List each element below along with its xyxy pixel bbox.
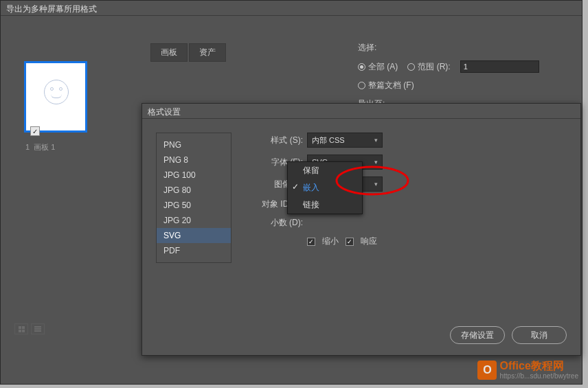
format-titlebar: 格式设置	[142, 104, 580, 119]
tab-assets[interactable]: 资产	[189, 43, 226, 62]
watermark-icon: O	[477, 361, 497, 380]
artboard-thumbnail[interactable]: ✓	[24, 61, 87, 133]
view-toggles	[14, 323, 45, 334]
chevron-down-icon: ▾	[374, 181, 378, 187]
artboard-label: 1 画板 1	[25, 142, 137, 152]
save-button[interactable]: 存储设置	[450, 326, 505, 344]
format-item-png8[interactable]: PNG 8	[157, 152, 231, 168]
format-item-jpg80[interactable]: JPG 80	[157, 183, 231, 198]
list-view-toggle[interactable]	[31, 323, 45, 334]
radio-full-doc[interactable]: 整篇文档 (F)	[358, 80, 414, 91]
dialog-buttons: 存储设置 取消	[450, 326, 567, 344]
minify-label: 缩小	[322, 236, 339, 247]
format-item-jpg50[interactable]: JPG 50	[157, 198, 231, 213]
radio-dot-icon	[358, 63, 365, 71]
decimal-label: 小数 (D):	[248, 217, 303, 229]
style-label: 样式 (S):	[248, 135, 303, 146]
responsive-label: 响应	[361, 236, 377, 247]
format-item-png[interactable]: PNG	[157, 137, 231, 152]
radio-range[interactable]: 范围 (R):	[407, 61, 450, 73]
watermark: O Office教程网 https://b...sdu.net/bwytree	[477, 360, 578, 380]
format-list: PNG PNG 8 JPG 100 JPG 80 JPG 50 JPG 20 S…	[156, 133, 231, 263]
format-item-pdf[interactable]: PDF	[157, 243, 231, 258]
chevron-down-icon: ▾	[374, 159, 378, 166]
cancel-button[interactable]: 取消	[512, 326, 567, 344]
tab-artboard[interactable]: 画板	[150, 43, 188, 62]
format-body: PNG PNG 8 JPG 100 JPG 80 JPG 50 JPG 20 S…	[142, 119, 580, 277]
dropdown-item-keep[interactable]: 保留	[288, 162, 362, 179]
format-settings-dialog: 格式设置 PNG PNG 8 JPG 100 JPG 80 JPG 50 JPG…	[142, 103, 581, 356]
watermark-url: https://b...sdu.net/bwytree	[499, 372, 578, 380]
watermark-brand: Office教程网	[499, 360, 578, 372]
grid-icon	[19, 326, 25, 332]
select-label: 选择:	[358, 42, 376, 54]
chevron-down-icon: ▾	[374, 137, 378, 144]
dropdown-item-link[interactable]: 链接	[288, 196, 362, 214]
artboard-panel: ✓ 1 画板 1	[20, 61, 137, 152]
format-title: 格式设置	[148, 107, 181, 117]
range-input[interactable]	[460, 60, 539, 73]
main-titlebar: 导出为多种屏幕所用格式	[1, 1, 582, 16]
format-item-jpg20[interactable]: JPG 20	[157, 213, 231, 228]
artboard-checkbox[interactable]: ✓	[30, 126, 40, 136]
radio-dot-icon	[407, 63, 415, 71]
image-dropdown-menu: 保留 嵌入 链接	[287, 161, 363, 214]
main-title: 导出为多种屏幕所用格式	[6, 4, 97, 14]
format-item-svg[interactable]: SVG	[157, 228, 231, 243]
format-item-jpg100[interactable]: JPG 100	[157, 168, 231, 183]
responsive-checkbox[interactable]: ✓	[346, 238, 354, 246]
radio-all[interactable]: 全部 (A)	[358, 61, 398, 73]
artboard-preview	[44, 80, 69, 104]
list-icon	[34, 326, 41, 332]
style-select[interactable]: 内部 CSS ▾	[307, 133, 383, 148]
minify-checkbox[interactable]: ✓	[307, 238, 315, 246]
radio-dot-icon	[358, 82, 365, 89]
dropdown-item-embed[interactable]: 嵌入	[288, 179, 362, 196]
tabs: 画板 资产	[150, 43, 226, 62]
grid-view-toggle[interactable]	[14, 323, 28, 334]
